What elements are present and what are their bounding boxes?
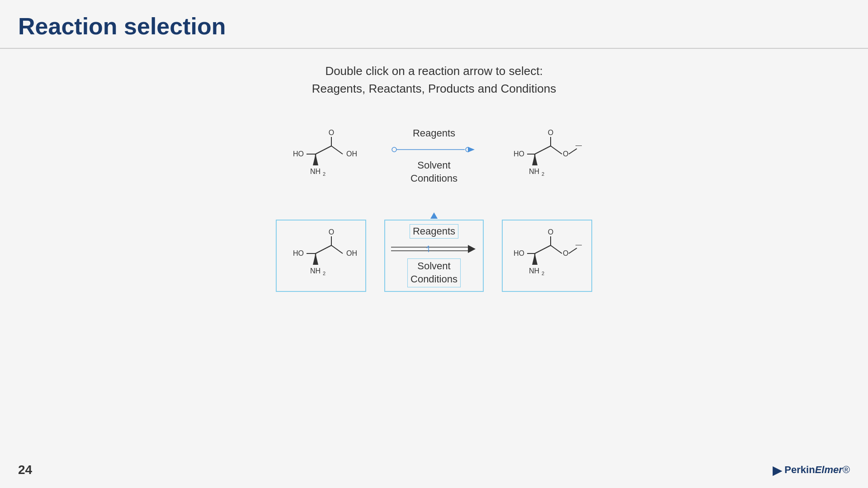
svg-text:OH: OH	[346, 249, 357, 257]
logo-icon: ▶	[773, 463, 783, 478]
svg-text:—: —	[576, 241, 582, 248]
conditions-label-2: SolventConditions	[407, 258, 461, 287]
svg-line-31	[331, 245, 343, 253]
svg-line-20	[569, 149, 577, 154]
svg-line-17	[535, 146, 551, 154]
reactant-molecule-1: O OH HO NH 2	[276, 120, 366, 192]
subtitle-line2: Reagents, Reactants, Products and Condit…	[312, 80, 557, 98]
subtitle-line1: Double click on a reaction arrow to sele…	[312, 62, 557, 80]
reagents-label-2: Reagents	[410, 224, 458, 239]
svg-text:—: —	[576, 141, 582, 149]
svg-text:2: 2	[323, 171, 326, 177]
svg-line-3	[331, 146, 343, 154]
conditions-label-1: SolventConditions	[410, 159, 458, 185]
svg-text:HO: HO	[293, 249, 304, 257]
reaction-row-2: O OH HO NH 2	[276, 220, 592, 292]
logo-regular: Elmer	[815, 464, 843, 475]
svg-text:HO: HO	[293, 150, 304, 158]
svg-text:O: O	[328, 129, 334, 136]
svg-line-30	[316, 245, 331, 253]
slide-content: Double click on a reaction arrow to sele…	[0, 49, 868, 452]
svg-text:HO: HO	[514, 150, 524, 158]
slide: Reaction selection Double click on a rea…	[0, 0, 868, 488]
svg-text:2: 2	[323, 271, 326, 276]
svg-text:NH: NH	[310, 267, 321, 275]
logo-area: ▶ PerkinElmer®	[773, 463, 850, 478]
svg-text:NH: NH	[529, 168, 539, 175]
svg-line-46	[535, 245, 551, 253]
product-molecule-2-selected[interactable]: O O — HO NH 2	[502, 220, 592, 292]
svg-text:O: O	[547, 228, 553, 236]
reactions-wrapper: O OH HO NH 2	[276, 120, 592, 292]
reaction-arrow-2-selected[interactable]: Reagents SolventConditions	[384, 220, 484, 292]
svg-line-49	[569, 248, 577, 253]
slide-footer: 24 ▶ PerkinElmer®	[0, 452, 868, 488]
svg-marker-38	[313, 253, 318, 265]
reaction-row-1: O OH HO NH 2	[276, 120, 592, 192]
subtitle: Double click on a reaction arrow to sele…	[312, 62, 557, 98]
svg-marker-14	[468, 147, 475, 152]
product-molecule-1: O O — HO NH 2	[502, 120, 592, 192]
svg-line-47	[551, 245, 562, 253]
svg-text:HO: HO	[514, 249, 524, 257]
svg-text:OH: OH	[346, 150, 357, 158]
svg-line-2	[316, 146, 331, 154]
svg-text:NH: NH	[310, 168, 321, 175]
svg-text:2: 2	[542, 271, 544, 276]
selection-indicator	[430, 212, 438, 219]
svg-text:O: O	[547, 129, 553, 136]
logo-text: PerkinElmer®	[784, 464, 850, 476]
page-number: 24	[18, 463, 32, 477]
svg-line-18	[551, 146, 562, 154]
reactant-molecule-2-selected[interactable]: O OH HO NH 2	[276, 220, 366, 292]
logo-bold: Perkin	[784, 464, 815, 475]
svg-marker-10	[313, 154, 318, 165]
svg-text:O: O	[328, 228, 334, 236]
reagents-label-1: Reagents	[413, 127, 455, 139]
svg-marker-41	[468, 245, 476, 253]
svg-text:O: O	[563, 150, 568, 158]
slide-header: Reaction selection	[0, 0, 868, 49]
slide-title: Reaction selection	[18, 13, 850, 40]
svg-text:O: O	[563, 249, 568, 257]
reaction-arrow-1[interactable]: Reagents SolventConditions	[384, 120, 484, 192]
svg-marker-56	[532, 253, 538, 265]
svg-text:2: 2	[542, 171, 544, 177]
svg-marker-27	[532, 154, 538, 165]
svg-point-11	[392, 147, 396, 152]
svg-text:NH: NH	[529, 267, 539, 275]
